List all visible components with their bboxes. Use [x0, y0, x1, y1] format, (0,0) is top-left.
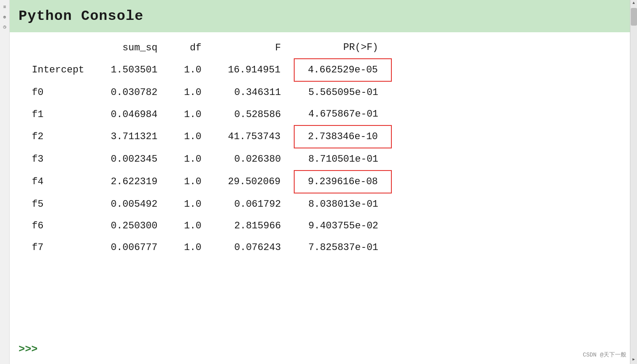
cell-label: f2	[19, 125, 98, 148]
cell-pr: 4.675867e-01	[294, 103, 391, 125]
add-icon[interactable]: ⊕	[1, 13, 8, 20]
cell-sum-sq: 0.006777	[98, 237, 171, 258]
table-row: f70.0067771.00.0762437.825837e-01	[19, 237, 391, 258]
content-area: Python Console sum_sq df F PR(>F) Interc…	[10, 0, 630, 364]
col-header-df: df	[171, 37, 215, 59]
cell-label: Intercept	[19, 59, 98, 81]
table-row: f30.0023451.00.0263808.710501e-01	[19, 148, 391, 171]
cell-sum-sq: 0.002345	[98, 148, 171, 171]
table-row: f60.2503001.02.8159669.403755e-02	[19, 215, 391, 237]
cell-df: 1.0	[171, 237, 215, 258]
cell-f: 41.753743	[215, 125, 294, 148]
cell-sum-sq: 2.622319	[98, 171, 171, 193]
cell-sum-sq: 0.005492	[98, 193, 171, 215]
table-row: f42.6223191.029.5020699.239616e-08	[19, 171, 391, 193]
cell-pr: 5.565095e-01	[294, 81, 391, 103]
scroll-up-arrow[interactable]: ▲	[631, 0, 637, 6]
table-row: Intercept1.5035011.016.9149514.662529e-0…	[19, 59, 391, 81]
cell-pr: 4.662529e-05	[294, 59, 391, 81]
cell-sum-sq: 1.503501	[98, 59, 171, 81]
cell-f: 0.346311	[215, 81, 294, 103]
cell-label: f4	[19, 171, 98, 193]
console-title: Python Console	[19, 8, 144, 24]
console-title-bar: Python Console	[10, 0, 630, 32]
main-container: ≡ ⊕ ◷ Python Console sum_sq df F PR(>F)	[0, 0, 637, 364]
col-header-f: F	[215, 37, 294, 59]
history-icon[interactable]: ◷	[1, 23, 8, 30]
cell-df: 1.0	[171, 125, 215, 148]
cell-label: f0	[19, 81, 98, 103]
cell-df: 1.0	[171, 59, 215, 81]
cell-pr: 8.038013e-01	[294, 193, 391, 215]
cell-label: f5	[19, 193, 98, 215]
cell-pr: 2.738346e-10	[294, 125, 391, 148]
cell-df: 1.0	[171, 215, 215, 237]
cell-f: 0.076243	[215, 237, 294, 258]
data-table: sum_sq df F PR(>F) Intercept1.5035011.01…	[19, 37, 392, 258]
cell-pr: 7.825837e-01	[294, 237, 391, 258]
cell-label: f3	[19, 148, 98, 171]
cell-pr: 8.710501e-01	[294, 148, 391, 171]
table-header-row: sum_sq df F PR(>F)	[19, 37, 391, 59]
cell-pr: 9.403755e-02	[294, 215, 391, 237]
cell-sum-sq: 0.250300	[98, 215, 171, 237]
cell-pr: 9.239616e-08	[294, 171, 391, 193]
table-row: f50.0054921.00.0617928.038013e-01	[19, 193, 391, 215]
watermark: CSDN @天下一般	[583, 351, 626, 359]
cell-sum-sq: 0.046984	[98, 103, 171, 125]
col-header-label	[19, 37, 98, 59]
cell-df: 1.0	[171, 103, 215, 125]
cell-f: 29.502069	[215, 171, 294, 193]
cell-df: 1.0	[171, 193, 215, 215]
cell-label: f1	[19, 103, 98, 125]
right-scrollbar[interactable]: ▲ ▶	[630, 0, 637, 364]
cell-sum-sq: 3.711321	[98, 125, 171, 148]
scrollbar-thumb[interactable]	[631, 8, 637, 26]
cell-f: 0.061792	[215, 193, 294, 215]
cell-f: 0.528586	[215, 103, 294, 125]
cell-df: 1.0	[171, 81, 215, 103]
col-header-sum-sq: sum_sq	[98, 37, 171, 59]
cell-label: f6	[19, 215, 98, 237]
col-header-pr: PR(>F)	[294, 37, 391, 59]
table-row: f00.0307821.00.3463115.565095e-01	[19, 81, 391, 103]
left-sidebar: ≡ ⊕ ◷	[0, 0, 10, 364]
cell-f: 0.026380	[215, 148, 294, 171]
console-prompt[interactable]: >>>	[10, 338, 630, 364]
cell-f: 16.914951	[215, 59, 294, 81]
table-row: f10.0469841.00.5285864.675867e-01	[19, 103, 391, 125]
menu-icon[interactable]: ≡	[1, 4, 8, 11]
table-container: sum_sq df F PR(>F) Intercept1.5035011.01…	[10, 32, 630, 338]
cell-label: f7	[19, 237, 98, 258]
table-row: f23.7113211.041.7537432.738346e-10	[19, 125, 391, 148]
cell-df: 1.0	[171, 148, 215, 171]
cell-sum-sq: 0.030782	[98, 81, 171, 103]
cell-df: 1.0	[171, 171, 215, 193]
cell-f: 2.815966	[215, 215, 294, 237]
scroll-right-arrow[interactable]: ▶	[631, 356, 637, 362]
